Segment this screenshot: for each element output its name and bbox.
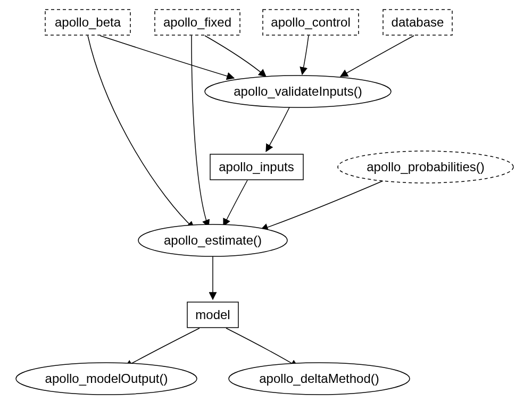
node-apollo-fixed: apollo_fixed <box>155 10 240 35</box>
label-apollo-fixed: apollo_fixed <box>163 15 231 29</box>
edge-control-validate <box>302 36 309 74</box>
label-database: database <box>392 15 444 29</box>
node-apollo-estimate: apollo_estimate() <box>138 224 287 256</box>
edge-validate-inputs <box>266 106 290 152</box>
node-apollo-probabilities: apollo_probabilities() <box>338 151 513 183</box>
node-database: database <box>383 10 452 35</box>
edge-inputs-estimate <box>223 180 247 226</box>
node-model: model <box>187 302 238 328</box>
label-apollo-probabilities: apollo_probabilities() <box>367 160 484 174</box>
label-apollo-control: apollo_control <box>271 15 350 29</box>
node-apollo-beta: apollo_beta <box>45 10 130 35</box>
edge-beta-estimate <box>88 36 194 229</box>
edge-model-modeloutput <box>125 328 200 367</box>
label-apollo-beta: apollo_beta <box>55 15 121 29</box>
label-model: model <box>195 307 230 322</box>
edge-database-validate <box>340 36 414 77</box>
node-apollo-validateinputs: apollo_validateInputs() <box>205 76 391 107</box>
node-apollo-modeloutput: apollo_modelOutput() <box>16 363 197 395</box>
workflow-diagram: apollo_beta apollo_fixed apollo_control … <box>0 0 532 401</box>
edge-fixed-validate <box>205 36 266 77</box>
edge-model-deltamethod <box>226 328 298 367</box>
edge-probabilities-estimate <box>261 181 383 230</box>
label-apollo-modeloutput: apollo_modelOutput() <box>45 371 168 386</box>
label-apollo-deltamethod: apollo_deltaMethod() <box>259 371 379 386</box>
label-apollo-estimate: apollo_estimate() <box>164 233 262 247</box>
node-apollo-control: apollo_control <box>263 10 359 35</box>
node-apollo-deltamethod: apollo_deltaMethod() <box>229 363 410 395</box>
label-apollo-inputs: apollo_inputs <box>219 160 294 174</box>
edge-fixed-estimate <box>192 36 209 227</box>
node-apollo-inputs: apollo_inputs <box>210 154 303 180</box>
label-apollo-validateinputs: apollo_validateInputs() <box>234 84 362 98</box>
edge-beta-validate <box>100 36 234 78</box>
